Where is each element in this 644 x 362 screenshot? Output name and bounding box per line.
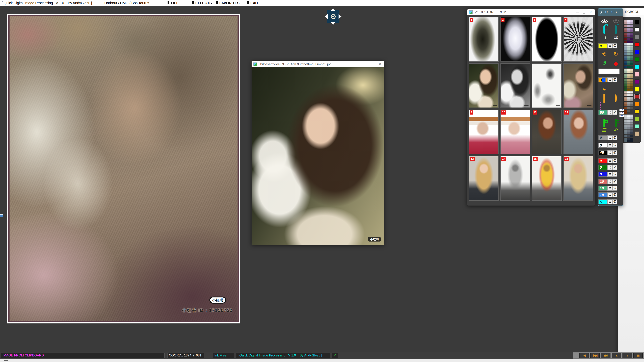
palette-shade-cell[interactable] (627, 61, 630, 63)
palette-shade-cell[interactable] (627, 51, 630, 53)
basic-color-cell[interactable] (635, 117, 640, 121)
palette-shade-cell[interactable] (627, 104, 630, 106)
spinner-stepper[interactable] (607, 110, 612, 115)
palette-shade-cell[interactable] (627, 97, 630, 99)
palette-shade-cell[interactable] (627, 94, 630, 96)
pan-right-icon[interactable] (338, 14, 342, 19)
palette-shade-cell[interactable] (630, 127, 633, 130)
palette-shade-cell[interactable] (624, 112, 626, 114)
palette-shade-cell[interactable] (630, 89, 633, 91)
spinner-reset-button[interactable]: ∅ (612, 192, 617, 197)
palette-shade-cell[interactable] (630, 73, 633, 76)
thumbnail-13[interactable]: 13 (469, 156, 499, 201)
palette-shade-cell[interactable] (630, 25, 633, 27)
palette-shade-cell[interactable] (630, 132, 633, 135)
spinner-stepper[interactable] (607, 43, 612, 48)
palette-shade-cell[interactable] (630, 48, 633, 50)
palette-shade-cell[interactable] (627, 130, 630, 132)
spinner-stepper[interactable] (607, 150, 612, 155)
palette-shade-cell[interactable] (624, 102, 626, 104)
canvas-artwork[interactable]: 小红书 小红书 ID : 17150752 (8, 15, 239, 322)
basic-color-cell[interactable] (635, 94, 640, 99)
thumbnail-7[interactable] (532, 63, 562, 108)
palette-shade-cell[interactable] (624, 48, 626, 50)
basic-color-cell[interactable] (635, 27, 640, 32)
spinner-reset-button[interactable]: ∅ (612, 165, 617, 170)
spinner-stepper[interactable] (607, 77, 612, 82)
palette-shade-cell[interactable] (630, 71, 633, 73)
palette-shade-cell[interactable] (624, 84, 626, 86)
nav-button-slider-icon[interactable]: ↕ (622, 353, 632, 358)
basic-color-cell[interactable] (635, 35, 640, 39)
palette-shade-cell[interactable] (627, 140, 630, 142)
palette-shade-cell[interactable] (630, 94, 633, 96)
flip-vertical-icon[interactable]: ↑↓ (600, 35, 609, 40)
thumbnail-9[interactable]: 9 (469, 110, 499, 154)
palette-shade-cell[interactable] (630, 68, 633, 71)
palette-shade-cell[interactable] (627, 68, 630, 71)
marquee-selection-icon[interactable] (600, 102, 600, 110)
palette-shade-cell[interactable] (627, 63, 630, 65)
palette-shade-cell[interactable] (630, 27, 633, 30)
palette-shade-cell[interactable] (630, 138, 633, 140)
spinner-reset-button[interactable]: ∅ (612, 150, 617, 155)
palette-shade-cell[interactable] (630, 122, 633, 124)
paste-disabled-icon[interactable] (611, 26, 620, 33)
checklist-icon[interactable]: ☰ (600, 128, 609, 133)
palette-shade-cell[interactable] (630, 104, 633, 106)
reload-icon[interactable]: ↺ (600, 61, 609, 66)
palette-shade-cell[interactable] (624, 120, 626, 122)
undo-icon[interactable]: ↶ (611, 128, 620, 133)
palette-shade-cell[interactable] (624, 117, 626, 119)
close-button[interactable]: ✕ (588, 10, 593, 14)
spinner-value[interactable]: 10 (598, 179, 607, 184)
palette-shade-cell[interactable] (624, 114, 626, 117)
nav-button-document-icon[interactable]: ▤ (633, 353, 643, 358)
spinner-color-swatch[interactable] (602, 78, 606, 82)
spinner-reset-button[interactable]: ∅ (612, 43, 617, 48)
thumbnail-12[interactable]: 12 (563, 110, 593, 154)
basic-color-cell[interactable] (635, 72, 640, 76)
palette-shade-cell[interactable] (627, 117, 630, 119)
spinner-value[interactable]: 0 (598, 43, 607, 48)
spinner-value[interactable]: 0 (598, 158, 607, 163)
nav-button-skip-forward-icon[interactable]: ▶▶| (601, 353, 610, 358)
palette-shade-cell[interactable] (630, 140, 633, 142)
palette-shade-cell[interactable] (630, 125, 633, 127)
thumbnail-5[interactable] (469, 63, 499, 108)
palette-shade-cell[interactable] (627, 76, 630, 78)
spinner-stepper[interactable] (607, 158, 612, 163)
spinner-value[interactable]: 10 (598, 192, 607, 197)
palette-shade-cell[interactable] (624, 35, 626, 37)
palette-shade-cell[interactable] (627, 91, 630, 94)
palette-shade-cell[interactable] (630, 66, 633, 68)
spinner-reset-button[interactable]: ∅ (612, 135, 617, 140)
palette-shade-cell[interactable] (624, 89, 626, 91)
palette-shade-cell[interactable] (627, 20, 630, 22)
palette-shade-cell[interactable] (627, 38, 630, 40)
spinner-reset-button[interactable]: ∅ (612, 143, 617, 148)
palette-shade-cell[interactable] (627, 27, 630, 30)
basic-color-cell[interactable] (635, 64, 640, 69)
palette-shade-cell[interactable] (630, 81, 633, 83)
basic-color-cell[interactable] (635, 132, 640, 136)
palette-shade-cell[interactable] (624, 43, 626, 45)
palette-shade-cell[interactable] (630, 30, 633, 32)
palette-shade-cell[interactable] (624, 79, 626, 81)
palette-shade-cell[interactable] (627, 22, 630, 25)
spinner-reset-button[interactable]: ∅ (612, 158, 617, 163)
palette-shade-cell[interactable] (627, 73, 630, 76)
palette-shade-cell[interactable] (630, 61, 633, 63)
basic-color-cell[interactable] (635, 50, 640, 54)
pan-up-icon[interactable] (331, 8, 336, 11)
eye-on-icon[interactable] (600, 18, 609, 25)
menu-item-effects[interactable]: EFFECTS (192, 0, 212, 6)
palette-shade-cell[interactable] (630, 84, 633, 86)
spinner-reset-button[interactable]: ∅ (612, 186, 617, 191)
spinner-reset-button[interactable]: ∅ (612, 179, 617, 184)
nav-button-skip-back-icon[interactable]: |◀◀ (590, 353, 600, 358)
spinner-value[interactable]: 10 (598, 186, 607, 191)
palette-shade-cell[interactable] (624, 91, 626, 94)
palette-shade-cell[interactable] (624, 94, 626, 96)
photo-preview[interactable]: 小红书 (252, 67, 384, 245)
